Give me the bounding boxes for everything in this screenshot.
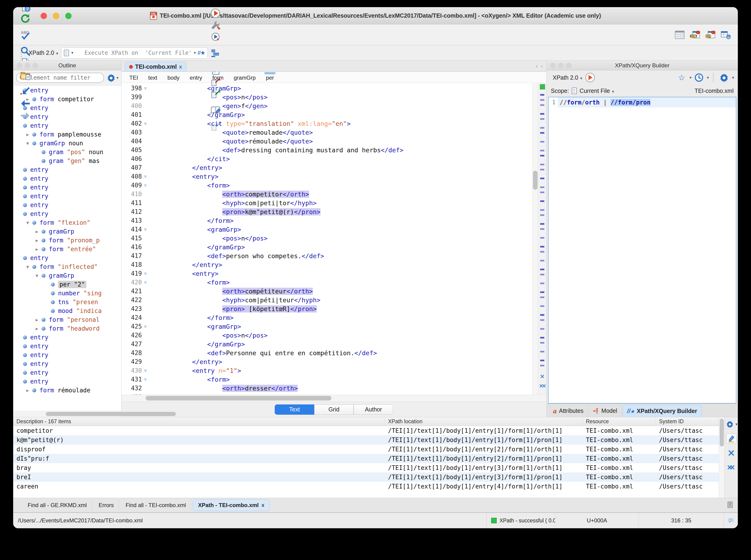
- fold-toggle-icon[interactable]: ▽: [144, 227, 153, 232]
- outline-item[interactable]: entry: [13, 359, 121, 368]
- result-marker-tick[interactable]: [540, 178, 544, 179]
- builder-tab-attributes[interactable]: aAttributes: [549, 405, 588, 417]
- result-marker-tick[interactable]: [540, 155, 544, 157]
- expand-arrow-icon[interactable]: ▶: [23, 132, 32, 137]
- result-marker-tick[interactable]: [540, 209, 544, 211]
- reload-icon[interactable]: [19, 13, 31, 25]
- history-clock-icon[interactable]: [693, 72, 705, 84]
- favorites-star-icon[interactable]: ☆: [675, 72, 688, 84]
- outline-settings-button[interactable]: ▾: [106, 72, 118, 84]
- xpath-expression-combo[interactable]: ▾ Execute XPath on 'Current File' ▾ //★: [61, 47, 207, 59]
- results-row[interactable]: dIs"pru:f/TEI[1]/text[1]/body[1]/entry[2…: [13, 454, 719, 463]
- results-header-row[interactable]: Description - 167 itemsXPath locationRes…: [13, 417, 719, 426]
- code-line-419[interactable]: 419▽ <entry>: [121, 269, 532, 278]
- forward-icon[interactable]: [19, 109, 31, 122]
- results-row[interactable]: careen/TEI[1]/text[1]/body[1]/entry[4]/f…: [13, 482, 719, 491]
- code-line-408[interactable]: 408▽ <entry>: [121, 172, 532, 181]
- xpath-combo-text[interactable]: Execute XPath on 'Current File': [75, 50, 192, 56]
- result-marker-tick[interactable]: [540, 365, 544, 366]
- element-filter-input[interactable]: [26, 74, 101, 81]
- code-line-415[interactable]: 415 <pos>n</pos>: [121, 234, 532, 243]
- outline-item[interactable]: tns "presen: [13, 298, 121, 306]
- code-line-406[interactable]: 406 </cit>: [121, 154, 532, 163]
- outline-horizontal-scrollbar[interactable]: [13, 411, 121, 417]
- builder-settings-button[interactable]: [718, 72, 730, 84]
- result-marker-tick[interactable]: [540, 305, 544, 307]
- outline-item[interactable]: gram "gen" mas: [13, 157, 121, 165]
- outline-item[interactable]: ▶form pamplemousse: [13, 130, 121, 139]
- expand-arrow-icon[interactable]: ▶: [32, 317, 42, 322]
- transform-icon[interactable]: [210, 7, 221, 19]
- bottom-tab-find-all-tei-combo-xml[interactable]: Find all - TEI-combo.xml: [120, 500, 191, 511]
- find-icon[interactable]: [19, 45, 31, 57]
- view-button-author[interactable]: Author: [354, 404, 393, 415]
- close-x-icon[interactable]: [726, 448, 736, 458]
- outline-item[interactable]: ▶form "pronom_p: [13, 236, 121, 245]
- xslt-debugger-icon[interactable]: XSLT: [689, 29, 701, 41]
- code-line-425[interactable]: 425▽ <gramGrp>: [121, 322, 532, 331]
- close-tab-icon[interactable]: x: [261, 502, 264, 508]
- result-marker-tick[interactable]: [540, 283, 544, 284]
- code-line-407[interactable]: 407 </entry>: [121, 163, 532, 172]
- outline-item[interactable]: number "sing: [13, 289, 121, 298]
- outline-item[interactable]: mood "indica: [13, 306, 121, 315]
- breadcrumb-item-TEI[interactable]: TEI: [129, 74, 138, 81]
- outline-item[interactable]: gram "pos" noun: [13, 148, 121, 157]
- editor-horizontal-scrollbar[interactable]: [121, 395, 547, 402]
- code-line-421[interactable]: 421 <orth>compétiteur</orth>: [121, 287, 532, 296]
- results-column-header[interactable]: XPath location: [385, 417, 582, 426]
- breadcrumb-item-gramGrp[interactable]: gramGrp: [234, 74, 256, 81]
- results-row[interactable]: competitor/TEI[1]/text[1]/body[1]/entry[…: [13, 426, 719, 435]
- editor-layout-icon[interactable]: [674, 29, 686, 41]
- outline-item[interactable]: ▶form rémoulade: [13, 386, 121, 395]
- outline-item[interactable]: ▼gramGrp: [13, 271, 121, 280]
- outline-item[interactable]: entry: [13, 368, 121, 377]
- code-line-400[interactable]: 400 <gen>f</gen>: [121, 101, 532, 110]
- view-button-grid[interactable]: Grid: [314, 404, 354, 415]
- annotation-ruler[interactable]: ✕ ✕✕: [538, 83, 547, 395]
- document-tab[interactable]: TEI-combo.xml x: [125, 62, 186, 72]
- panel-layout-icon[interactable]: [727, 501, 734, 508]
- view-button-text[interactable]: Text: [275, 404, 314, 415]
- outline-tree[interactable]: entry▶form competitorentryentryentry▶for…: [13, 85, 121, 411]
- outline-item[interactable]: entry: [13, 254, 121, 262]
- close-window-button[interactable]: [41, 13, 47, 19]
- results-vertical-scrollbar[interactable]: [719, 417, 724, 498]
- fold-toggle-icon[interactable]: ▽: [144, 183, 153, 187]
- expand-arrow-icon[interactable]: ▶: [32, 246, 42, 252]
- breadcrumb-item-body[interactable]: body: [167, 74, 179, 81]
- code-line-403[interactable]: 403 <quote>remoulade</quote>: [121, 128, 532, 137]
- collapse-arrow-icon[interactable]: ▼: [32, 273, 42, 278]
- code-line-420[interactable]: 420▽ <form>: [121, 278, 532, 287]
- highlight-pen-icon[interactable]: [726, 434, 736, 444]
- chevron-down-icon[interactable]: ▾: [71, 51, 73, 55]
- result-marker-tick[interactable]: [540, 297, 544, 298]
- zoom-window-button[interactable]: [65, 13, 72, 19]
- outline-item[interactable]: ▶form "entrée": [13, 245, 121, 254]
- code-line-428[interactable]: 428 <def>Personne qui entre en compétiti…: [121, 348, 532, 357]
- result-marker-tick[interactable]: [540, 328, 544, 330]
- collapse-arrow-icon[interactable]: ▼: [23, 264, 32, 269]
- code-line-424[interactable]: 424 </form>: [121, 313, 532, 322]
- code-line-429[interactable]: 429 </entry>: [121, 357, 532, 366]
- xpath-version-dropdown[interactable]: XPath 2.0 ▾: [28, 49, 58, 56]
- code-line-402[interactable]: 402▽ <cit type="translation" xml:lang="e…: [121, 119, 532, 128]
- outline-item[interactable]: entry: [13, 342, 121, 351]
- results-row[interactable]: disproof/TEI[1]/text[1]/body[1]/entry[2]…: [13, 445, 719, 454]
- fold-toggle-icon[interactable]: ▽: [144, 377, 153, 382]
- outline-item[interactable]: ▶gramGrp: [13, 227, 121, 236]
- close-all-x-icon[interactable]: [726, 462, 736, 473]
- result-marker-tick[interactable]: [540, 228, 544, 230]
- breadcrumb-item-per[interactable]: per: [266, 74, 274, 81]
- xpath-favorites-icon[interactable]: //★: [198, 50, 205, 56]
- outline-item[interactable]: entry: [13, 165, 121, 174]
- result-marker-tick[interactable]: [540, 104, 544, 106]
- result-marker-tick[interactable]: [540, 246, 544, 247]
- outline-item[interactable]: entry: [13, 351, 121, 359]
- results-column-header[interactable]: System ID: [656, 417, 719, 426]
- outline-item[interactable]: entry: [13, 183, 121, 192]
- result-marker-tick[interactable]: [540, 251, 544, 253]
- expand-arrow-icon[interactable]: ▶: [23, 388, 32, 393]
- collapse-arrow-icon[interactable]: ▼: [23, 220, 32, 225]
- xml-text-editor[interactable]: 398▽ <gramGrp>399 <pos>n</pos>400 <gen>f…: [121, 83, 532, 395]
